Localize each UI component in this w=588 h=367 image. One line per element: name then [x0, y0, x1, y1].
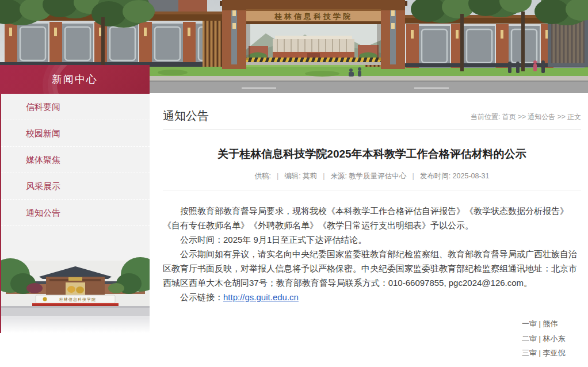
publicity-link[interactable]: http://gs.guit.edu.cn	[223, 292, 299, 302]
sidebar-gate-sign-text: 桂林信息科技学院	[59, 297, 96, 302]
article-meta: 供稿:|编辑: 莫莉|来源: 教学质量评估中心|发布时间: 2025-08-31	[163, 171, 581, 181]
meta-separator: |	[317, 172, 330, 180]
breadcrumb-prefix: 当前位置:	[471, 113, 502, 121]
page: 桂林信息科技学院	[0, 0, 588, 367]
meta-editor: 编辑: 莫莉	[284, 172, 317, 180]
breadcrumb-current: 正文	[567, 113, 581, 121]
breadcrumb-separator: >>	[516, 113, 528, 121]
second-review: 二审 | 林小东	[522, 331, 581, 346]
third-review: 三审 | 李亚倪	[522, 346, 581, 361]
meta-divider	[163, 190, 581, 190]
article-paragraph: 公示期间如有异议，请实名向中央纪委国家监委驻教育部纪检监察组、教育部教育督导局或…	[163, 247, 581, 290]
sidebar-menu: 信科要闻 校园新闻 媒体聚焦 风采展示 通知公告	[1, 94, 150, 226]
news-sidebar: 新闻中心 信科要闻 校园新闻 媒体聚焦 风采展示 通知公告	[0, 65, 150, 333]
article-paragraph: 公示时间：2025年 9月1日至正式下达评估结论。	[163, 232, 581, 247]
meta-source: 来源: 教学质量评估中心	[330, 172, 406, 180]
article-link-line: 公示链接：http://gs.guit.edu.cn	[163, 290, 581, 304]
sidebar-item-notices[interactable]: 通知公告	[1, 200, 150, 226]
article-paragraph: 按照教育部教育督导局要求，现将我校《本科教学工作合格评估自评报告》《教学状态数据…	[163, 204, 581, 232]
breadcrumb-separator: >>	[555, 113, 567, 121]
breadcrumb-section[interactable]: 通知公告	[528, 113, 555, 121]
link-label: 公示链接：	[180, 292, 223, 302]
article-body: 按照教育部教育督导局要求，现将我校《本科教学工作合格评估自评报告》《教学状态数据…	[163, 204, 581, 304]
meta-separator: |	[406, 172, 419, 180]
sidebar-title: 新闻中心	[52, 72, 98, 86]
sidebar-item-xinke-news[interactable]: 信科要闻	[1, 94, 150, 120]
sidebar-header: 新闻中心	[0, 65, 150, 94]
image-fade-overlay	[1, 318, 150, 333]
sidebar-gate-image: 桂林信息科技学院	[1, 226, 150, 333]
meta-publish-time: 发布时间: 2025-08-31	[420, 172, 490, 180]
breadcrumb: 当前位置: 首页 >> 通知公告 >> 正文	[471, 112, 581, 124]
banner-gate-plaque-text: 桂林信息科技学院	[274, 12, 353, 21]
article-title: 关于桂林信息科技学院2025年本科教学工作合格评估材料的公示	[163, 147, 581, 162]
review-signatures: 一审 | 熊伟 二审 | 林小东 三审 | 李亚倪	[163, 316, 581, 361]
sidebar-item-campus-news[interactable]: 校园新闻	[1, 120, 150, 147]
sidebar-body: 信科要闻 校园新闻 媒体聚焦 风采展示 通知公告	[0, 94, 150, 333]
section-title: 通知公告	[163, 108, 209, 124]
main-content: 通知公告 当前位置: 首页 >> 通知公告 >> 正文 关于桂林信息科技学院20…	[150, 93, 588, 367]
sidebar-item-style-show[interactable]: 风采展示	[1, 173, 150, 200]
meta-separator: |	[271, 172, 284, 180]
breadcrumb-home[interactable]: 首页	[502, 113, 516, 121]
meta-contributor: 供稿:	[254, 172, 270, 180]
sidebar-item-media-focus[interactable]: 媒体聚焦	[1, 147, 150, 173]
first-review: 一审 | 熊伟	[522, 316, 581, 331]
section-header: 通知公告 当前位置: 首页 >> 通知公告 >> 正文	[163, 93, 581, 129]
